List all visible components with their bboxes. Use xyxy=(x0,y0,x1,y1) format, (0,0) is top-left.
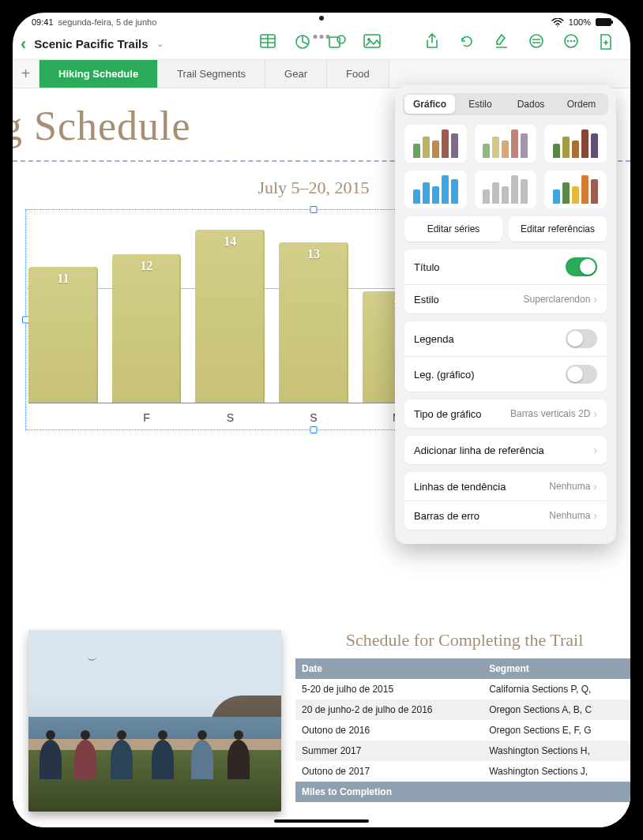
undo-icon[interactable] xyxy=(458,33,476,54)
resize-handle[interactable] xyxy=(310,206,318,213)
wifi-icon xyxy=(551,18,564,27)
back-button[interactable]: ‹ xyxy=(21,34,26,54)
insert-chart-icon[interactable] xyxy=(294,34,311,54)
battery-percent: 100% xyxy=(569,17,591,27)
table-row[interactable]: Summer 2017Washington Sections H, xyxy=(295,741,630,761)
chart-style-thumb[interactable] xyxy=(404,171,467,208)
sheet-tab[interactable]: Trail Segments xyxy=(158,60,265,88)
edit-series-button[interactable]: Editar séries xyxy=(404,216,502,242)
trendlines-row[interactable]: Linhas de tendência Nenhuma› xyxy=(404,472,607,501)
document-title[interactable]: Scenic Pacific Trails xyxy=(34,37,148,51)
toggle-on[interactable] xyxy=(566,257,597,276)
schedule-title: Schedule for Completing the Trail xyxy=(295,630,630,651)
table-row[interactable]: Outono de 2017Washington Sections J, xyxy=(295,761,630,782)
chevron-right-icon: › xyxy=(593,480,597,493)
error-bars-row[interactable]: Barras de erro Nenhuma› xyxy=(404,501,607,530)
sheet-tab[interactable]: Hiking Schedule xyxy=(39,60,158,88)
table-header[interactable]: Date xyxy=(295,658,483,679)
svg-point-15 xyxy=(570,40,573,43)
bar-value-label: 11 xyxy=(57,272,69,286)
bar-value-label: 12 xyxy=(141,259,153,273)
toggle-off[interactable] xyxy=(566,365,597,384)
table-row[interactable]: 20 de junho-2 de julho de 2016Oregon Sec… xyxy=(295,699,630,720)
svg-point-6 xyxy=(337,36,345,43)
add-reference-line-row[interactable]: Adicionar linha de referência › xyxy=(404,436,607,464)
chevron-right-icon: › xyxy=(593,509,597,522)
schedule-table[interactable]: Date Segment 5-20 de julho de 2015Califo… xyxy=(295,658,630,802)
table-header[interactable]: Segment xyxy=(483,658,630,679)
status-time: 09:41 xyxy=(32,17,54,27)
legend-toggle-row[interactable]: Legenda xyxy=(404,321,607,357)
bird-icon: ︶ xyxy=(87,654,98,668)
format-tab[interactable]: Gráfico xyxy=(404,95,455,114)
front-camera xyxy=(319,16,324,21)
chart-style-thumb[interactable] xyxy=(544,125,607,163)
chevron-right-icon: › xyxy=(593,407,597,420)
chart-bar[interactable]: 13 xyxy=(279,242,348,403)
axis-label: S xyxy=(279,411,348,424)
svg-point-14 xyxy=(567,40,570,43)
insert-media-icon[interactable] xyxy=(363,34,381,54)
format-tab[interactable]: Ordem xyxy=(556,95,607,114)
table-row[interactable]: 5-20 de julho de 2015California Sections… xyxy=(295,679,630,699)
chart-style-thumb[interactable] xyxy=(544,171,607,208)
document-menu-caret[interactable]: ⌄ xyxy=(156,39,164,49)
bar-value-label: 13 xyxy=(307,247,320,261)
svg-point-8 xyxy=(367,38,370,41)
bar-value-label: 14 xyxy=(224,234,236,249)
home-indicator[interactable] xyxy=(274,819,369,823)
chart-bar[interactable]: 11 xyxy=(28,267,98,403)
status-bar: 09:41 segunda-feira, 5 de junho 100% xyxy=(13,13,630,28)
chart-bar[interactable]: 12 xyxy=(112,254,182,403)
table-row[interactable]: Outono de 2016Oregon Sections E, F, G xyxy=(295,720,630,741)
new-sheet-icon[interactable] xyxy=(597,33,615,54)
toggle-off[interactable] xyxy=(566,329,597,348)
insert-table-icon[interactable] xyxy=(259,34,276,54)
chart-style-thumb[interactable] xyxy=(404,125,467,163)
edit-references-button[interactable]: Editar referências xyxy=(509,216,607,242)
chevron-right-icon: › xyxy=(593,444,597,456)
format-tab[interactable]: Dados xyxy=(506,95,556,114)
status-date: segunda-feira, 5 de junho xyxy=(58,17,157,27)
resize-handle[interactable] xyxy=(310,426,318,433)
sheet-tabs: + Hiking ScheduleTrail SegmentsGearFood xyxy=(13,60,630,88)
share-icon[interactable] xyxy=(423,33,441,54)
format-popover: GráficoEstiloDadosOrdem Editar séries Ed… xyxy=(395,85,616,544)
chart-bar[interactable]: 14 xyxy=(195,230,265,403)
title-toggle-row[interactable]: Título xyxy=(404,249,607,285)
axis-label: F xyxy=(112,411,182,424)
axis-label xyxy=(28,411,98,424)
add-sheet-button[interactable]: + xyxy=(13,60,39,88)
axis-label: S xyxy=(195,411,265,424)
table-footer-row[interactable]: Miles to Completion xyxy=(295,782,630,802)
sheet-tab[interactable]: Food xyxy=(327,60,389,88)
style-row[interactable]: Estilo Superclarendon› xyxy=(404,285,607,313)
comment-icon[interactable] xyxy=(528,33,545,54)
svg-point-16 xyxy=(573,40,576,43)
insert-shape-icon[interactable] xyxy=(329,34,346,54)
main-toolbar: ‹ Scenic Pacific Trails ⌄ xyxy=(13,28,630,60)
chart-style-thumb[interactable] xyxy=(475,171,537,208)
chart-style-thumb[interactable] xyxy=(475,125,537,163)
chart-legend-toggle-row[interactable]: Leg. (gráfico) xyxy=(404,357,607,392)
format-segment[interactable]: GráficoEstiloDadosOrdem xyxy=(403,93,608,115)
battery-icon xyxy=(596,18,611,26)
svg-point-10 xyxy=(530,35,543,47)
beach-photo[interactable]: ︶ xyxy=(28,630,281,812)
sheet-tab[interactable]: Gear xyxy=(265,60,327,88)
format-tab[interactable]: Estilo xyxy=(455,95,506,114)
chevron-right-icon: › xyxy=(593,293,597,306)
more-icon[interactable] xyxy=(562,33,580,54)
format-brush-icon[interactable] xyxy=(493,33,510,54)
chart-type-row[interactable]: Tipo de gráfico Barras verticais 2D› xyxy=(404,399,607,428)
